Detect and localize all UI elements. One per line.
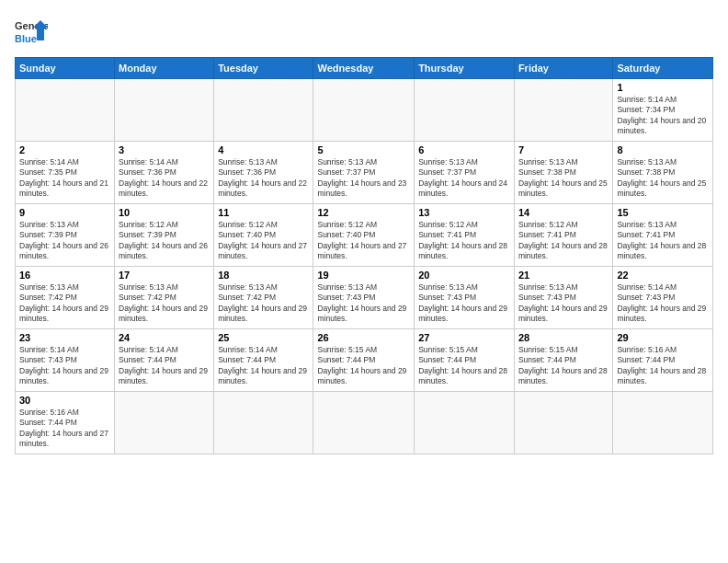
day-number: 1 — [617, 82, 709, 93]
day-number: 23 — [19, 332, 110, 343]
calendar-cell: 25Sunrise: 5:14 AMSunset: 7:44 PMDayligh… — [214, 329, 313, 392]
calendar-cell — [214, 79, 313, 142]
calendar-cell: 1Sunrise: 5:14 AMSunset: 7:34 PMDaylight… — [613, 79, 713, 142]
day-info: Sunrise: 5:12 AMSunset: 7:41 PMDaylight:… — [518, 220, 609, 262]
day-info: Sunrise: 5:12 AMSunset: 7:40 PMDaylight:… — [317, 220, 410, 262]
day-number: 9 — [19, 207, 110, 218]
day-info: Sunrise: 5:12 AMSunset: 7:39 PMDaylight:… — [119, 220, 210, 262]
day-info: Sunrise: 5:14 AMSunset: 7:43 PMDaylight:… — [19, 345, 110, 387]
day-info: Sunrise: 5:13 AMSunset: 7:42 PMDaylight:… — [218, 282, 309, 325]
calendar-cell: 23Sunrise: 5:14 AMSunset: 7:43 PMDayligh… — [16, 329, 115, 392]
day-info: Sunrise: 5:14 AMSunset: 7:35 PMDaylight:… — [19, 157, 110, 200]
calendar-cell: 12Sunrise: 5:12 AMSunset: 7:40 PMDayligh… — [313, 204, 415, 267]
weekday-tuesday: Tuesday — [214, 58, 313, 79]
day-info: Sunrise: 5:13 AMSunset: 7:37 PMDaylight:… — [317, 157, 410, 200]
day-number: 18 — [218, 270, 309, 281]
week-row-2: 2Sunrise: 5:14 AMSunset: 7:35 PMDaylight… — [16, 142, 713, 204]
day-info: Sunrise: 5:15 AMSunset: 7:44 PMDaylight:… — [418, 345, 510, 387]
calendar-cell: 17Sunrise: 5:13 AMSunset: 7:42 PMDayligh… — [115, 267, 214, 329]
day-number: 20 — [418, 270, 510, 281]
calendar-cell: 9Sunrise: 5:13 AMSunset: 7:39 PMDaylight… — [16, 204, 115, 267]
week-row-6: 30Sunrise: 5:16 AMSunset: 7:44 PMDayligh… — [16, 392, 713, 454]
calendar-cell: 13Sunrise: 5:12 AMSunset: 7:41 PMDayligh… — [415, 204, 515, 267]
day-info: Sunrise: 5:13 AMSunset: 7:43 PMDaylight:… — [317, 282, 410, 325]
calendar-cell: 11Sunrise: 5:12 AMSunset: 7:40 PMDayligh… — [214, 204, 313, 267]
day-info: Sunrise: 5:12 AMSunset: 7:41 PMDaylight:… — [418, 220, 510, 262]
weekday-thursday: Thursday — [415, 58, 515, 79]
week-row-5: 23Sunrise: 5:14 AMSunset: 7:43 PMDayligh… — [16, 329, 713, 392]
weekday-sunday: Sunday — [16, 58, 115, 79]
day-number: 16 — [19, 270, 110, 281]
calendar-cell: 7Sunrise: 5:13 AMSunset: 7:38 PMDaylight… — [514, 142, 612, 204]
calendar: SundayMondayTuesdayWednesdayThursdayFrid… — [15, 57, 713, 454]
calendar-cell — [16, 79, 115, 142]
day-number: 2 — [19, 144, 110, 155]
day-info: Sunrise: 5:12 AMSunset: 7:40 PMDaylight:… — [218, 220, 309, 262]
day-number: 29 — [617, 332, 709, 343]
day-number: 17 — [119, 270, 210, 281]
calendar-cell: 8Sunrise: 5:13 AMSunset: 7:38 PMDaylight… — [613, 142, 713, 204]
day-info: Sunrise: 5:13 AMSunset: 7:38 PMDaylight:… — [518, 157, 609, 200]
day-info: Sunrise: 5:15 AMSunset: 7:44 PMDaylight:… — [518, 345, 609, 387]
day-info: Sunrise: 5:13 AMSunset: 7:38 PMDaylight:… — [617, 157, 709, 200]
calendar-cell: 6Sunrise: 5:13 AMSunset: 7:37 PMDaylight… — [415, 142, 515, 204]
calendar-cell — [514, 79, 612, 142]
day-info: Sunrise: 5:13 AMSunset: 7:41 PMDaylight:… — [617, 220, 709, 262]
day-info: Sunrise: 5:15 AMSunset: 7:44 PMDaylight:… — [317, 345, 410, 387]
day-number: 24 — [119, 332, 210, 343]
week-row-4: 16Sunrise: 5:13 AMSunset: 7:42 PMDayligh… — [16, 267, 713, 329]
calendar-cell — [514, 392, 612, 454]
day-info: Sunrise: 5:13 AMSunset: 7:42 PMDaylight:… — [19, 282, 110, 325]
logo: General Blue — [15, 15, 48, 48]
weekday-monday: Monday — [115, 58, 214, 79]
calendar-cell: 15Sunrise: 5:13 AMSunset: 7:41 PMDayligh… — [613, 204, 713, 267]
calendar-cell: 22Sunrise: 5:14 AMSunset: 7:43 PMDayligh… — [613, 267, 713, 329]
calendar-cell: 14Sunrise: 5:12 AMSunset: 7:41 PMDayligh… — [514, 204, 612, 267]
day-info: Sunrise: 5:16 AMSunset: 7:44 PMDaylight:… — [617, 345, 709, 387]
calendar-cell — [613, 392, 713, 454]
day-info: Sunrise: 5:16 AMSunset: 7:44 PMDaylight:… — [19, 408, 110, 450]
day-number: 10 — [119, 207, 210, 218]
calendar-cell: 10Sunrise: 5:12 AMSunset: 7:39 PMDayligh… — [115, 204, 214, 267]
day-info: Sunrise: 5:14 AMSunset: 7:36 PMDaylight:… — [119, 157, 210, 200]
day-info: Sunrise: 5:13 AMSunset: 7:43 PMDaylight:… — [418, 282, 510, 325]
calendar-cell — [313, 392, 415, 454]
calendar-cell: 24Sunrise: 5:14 AMSunset: 7:44 PMDayligh… — [115, 329, 214, 392]
day-number: 28 — [518, 332, 609, 343]
weekday-friday: Friday — [514, 58, 612, 79]
day-number: 27 — [418, 332, 510, 343]
week-row-3: 9Sunrise: 5:13 AMSunset: 7:39 PMDaylight… — [16, 204, 713, 267]
calendar-cell: 30Sunrise: 5:16 AMSunset: 7:44 PMDayligh… — [16, 392, 115, 454]
calendar-cell: 2Sunrise: 5:14 AMSunset: 7:35 PMDaylight… — [16, 142, 115, 204]
header: General Blue — [15, 15, 713, 48]
day-number: 26 — [317, 332, 410, 343]
logo-icon: General Blue — [15, 15, 48, 48]
calendar-cell: 3Sunrise: 5:14 AMSunset: 7:36 PMDaylight… — [115, 142, 214, 204]
day-number: 8 — [617, 144, 709, 155]
day-number: 11 — [218, 207, 309, 218]
day-info: Sunrise: 5:14 AMSunset: 7:44 PMDaylight:… — [218, 345, 309, 387]
day-info: Sunrise: 5:14 AMSunset: 7:43 PMDaylight:… — [617, 282, 709, 325]
calendar-cell — [415, 79, 515, 142]
day-info: Sunrise: 5:13 AMSunset: 7:39 PMDaylight:… — [19, 220, 110, 262]
day-number: 13 — [418, 207, 510, 218]
day-number: 5 — [317, 144, 410, 155]
svg-text:Blue: Blue — [15, 33, 37, 44]
day-number: 25 — [218, 332, 309, 343]
calendar-cell: 28Sunrise: 5:15 AMSunset: 7:44 PMDayligh… — [514, 329, 612, 392]
calendar-cell: 5Sunrise: 5:13 AMSunset: 7:37 PMDaylight… — [313, 142, 415, 204]
day-number: 3 — [119, 144, 210, 155]
calendar-cell: 29Sunrise: 5:16 AMSunset: 7:44 PMDayligh… — [613, 329, 713, 392]
day-number: 7 — [518, 144, 609, 155]
day-number: 30 — [19, 395, 110, 406]
day-info: Sunrise: 5:14 AMSunset: 7:44 PMDaylight:… — [119, 345, 210, 387]
calendar-cell: 19Sunrise: 5:13 AMSunset: 7:43 PMDayligh… — [313, 267, 415, 329]
day-number: 19 — [317, 270, 410, 281]
calendar-cell — [115, 392, 214, 454]
day-info: Sunrise: 5:13 AMSunset: 7:36 PMDaylight:… — [218, 157, 309, 200]
day-info: Sunrise: 5:14 AMSunset: 7:34 PMDaylight:… — [617, 95, 709, 137]
calendar-cell: 26Sunrise: 5:15 AMSunset: 7:44 PMDayligh… — [313, 329, 415, 392]
calendar-cell: 21Sunrise: 5:13 AMSunset: 7:43 PMDayligh… — [514, 267, 612, 329]
calendar-cell — [214, 392, 313, 454]
day-info: Sunrise: 5:13 AMSunset: 7:42 PMDaylight:… — [119, 282, 210, 325]
